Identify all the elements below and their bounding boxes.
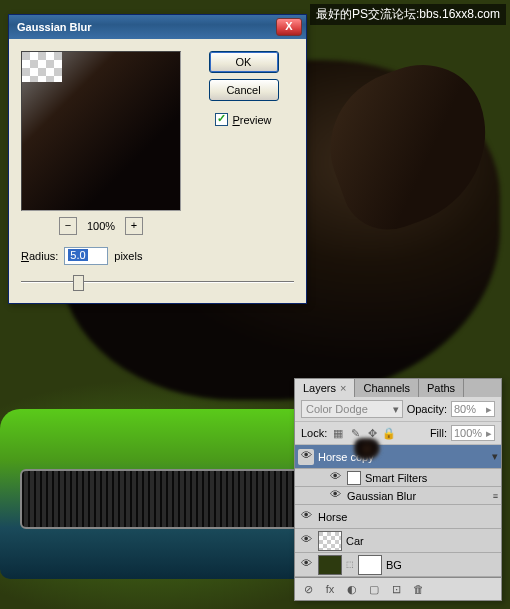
fill-field[interactable]: 100% xyxy=(451,425,495,441)
layers-list: 👁 Horse copy ▾ 👁 Smart Filters 👁 Gaussia… xyxy=(295,445,501,577)
lock-transparency-icon[interactable]: ▦ xyxy=(331,426,345,440)
mask-thumbnail[interactable] xyxy=(358,555,382,575)
preview-checkbox[interactable] xyxy=(215,113,228,126)
transparency-checker xyxy=(22,52,62,82)
preview-label: Preview xyxy=(232,114,271,126)
dialog-title: Gaussian Blur xyxy=(13,21,276,33)
cancel-button[interactable]: Cancel xyxy=(209,79,279,101)
visibility-icon[interactable]: 👁 xyxy=(298,449,314,465)
lock-all-icon[interactable]: 🔒 xyxy=(382,426,396,440)
layer-thumbnail[interactable] xyxy=(318,531,342,551)
radius-label: Radius: xyxy=(21,250,58,262)
link-icon: ⬚ xyxy=(346,560,354,569)
radius-slider[interactable] xyxy=(21,273,294,291)
layer-row[interactable]: 👁 Gaussian Blur ≡ xyxy=(295,487,501,505)
layer-row[interactable]: 👁 ⬚ BG xyxy=(295,553,501,577)
lock-label: Lock: xyxy=(301,427,327,439)
visibility-icon[interactable]: 👁 xyxy=(298,557,314,573)
visibility-icon[interactable]: 👁 xyxy=(298,533,314,549)
layer-row[interactable]: 👁 Car xyxy=(295,529,501,553)
lock-paint-icon[interactable]: ✎ xyxy=(348,426,362,440)
dialog-titlebar[interactable]: Gaussian Blur X xyxy=(9,15,306,39)
ok-button[interactable]: OK xyxy=(209,51,279,73)
visibility-icon[interactable]: 👁 xyxy=(327,470,343,486)
tab-channels[interactable]: Channels xyxy=(355,379,418,397)
smart-object-icon: ▾ xyxy=(492,450,498,463)
new-layer-icon[interactable]: ⊡ xyxy=(385,580,407,598)
layer-row[interactable]: 👁 Horse xyxy=(295,505,501,529)
car-grill xyxy=(20,469,300,529)
radius-unit: pixels xyxy=(114,250,142,262)
layer-row[interactable]: 👁 Smart Filters xyxy=(295,469,501,487)
zoom-out-button[interactable]: − xyxy=(59,217,77,235)
zoom-percent: 100% xyxy=(87,220,115,232)
watermark-text: 最好的PS交流论坛:bbs.16xx8.com xyxy=(310,4,506,25)
gaussian-blur-dialog: Gaussian Blur X − 100% + OK Cancel Previ… xyxy=(8,14,307,304)
fill-label: Fill: xyxy=(430,427,447,439)
palette-tabs: Layers× Channels Paths xyxy=(295,379,501,397)
visibility-icon[interactable]: 👁 xyxy=(298,509,314,525)
layer-thumbnail[interactable] xyxy=(318,555,342,575)
opacity-label: Opacity: xyxy=(407,403,447,415)
layer-name: Horse xyxy=(318,511,347,523)
opacity-field[interactable]: 80% xyxy=(451,401,495,417)
layers-palette: Layers× Channels Paths Color Dodge Opaci… xyxy=(294,378,502,601)
layer-fx-icon[interactable]: fx xyxy=(319,580,341,598)
close-button[interactable]: X xyxy=(276,18,302,36)
visibility-icon[interactable]: 👁 xyxy=(327,488,343,504)
slider-track-line xyxy=(21,281,294,283)
layer-name: Gaussian Blur xyxy=(347,490,416,502)
zoom-in-button[interactable]: + xyxy=(125,217,143,235)
radius-input[interactable]: 5.0 xyxy=(64,247,108,265)
filter-mask-thumbnail[interactable] xyxy=(347,471,361,485)
blend-mode-dropdown[interactable]: Color Dodge xyxy=(301,400,403,418)
car-shape xyxy=(0,409,330,579)
palette-footer: ⊘ fx ◐ ▢ ⊡ 🗑 xyxy=(295,577,501,600)
tab-paths[interactable]: Paths xyxy=(419,379,464,397)
filter-preview[interactable] xyxy=(21,51,181,211)
lock-position-icon[interactable]: ✥ xyxy=(365,426,379,440)
layer-mask-icon[interactable]: ◐ xyxy=(341,580,363,598)
adjustment-layer-icon[interactable]: ▢ xyxy=(363,580,385,598)
tab-layers[interactable]: Layers× xyxy=(295,379,355,397)
layer-row[interactable]: 👁 Horse copy ▾ xyxy=(295,445,501,469)
link-layers-icon[interactable]: ⊘ xyxy=(297,580,319,598)
layer-name: Smart Filters xyxy=(365,472,427,484)
layer-name: Car xyxy=(346,535,364,547)
close-icon[interactable]: × xyxy=(340,382,346,394)
delete-layer-icon[interactable]: 🗑 xyxy=(407,580,429,598)
slider-thumb[interactable] xyxy=(73,275,84,291)
layer-name: BG xyxy=(386,559,402,571)
filter-settings-icon[interactable]: ≡ xyxy=(493,491,498,501)
